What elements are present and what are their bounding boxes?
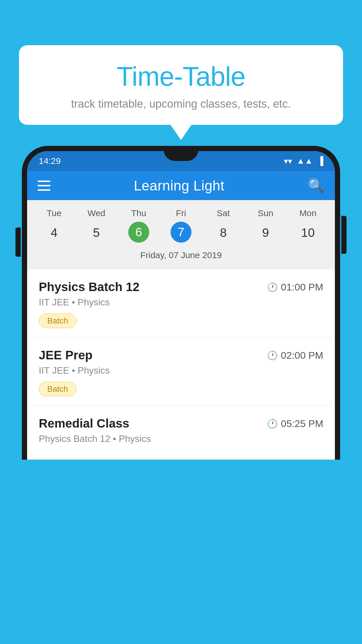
schedule-item-2-header: JEE Prep 🕐 02:00 PM: [39, 348, 323, 362]
day-5[interactable]: 5: [75, 222, 117, 244]
batch-tag-2: Batch: [39, 382, 77, 396]
phone-screen: 14:29 ▾▾ ▲▲ ▐ Learning Light 🔍: [27, 151, 335, 460]
schedule-item-1-time: 🕐 01:00 PM: [267, 281, 323, 293]
clock-icon-3: 🕐: [267, 419, 278, 429]
day-4[interactable]: 4: [33, 222, 75, 244]
bubble-title: Time-Table: [36, 61, 326, 92]
signal-icon: ▲▲: [297, 156, 313, 166]
battery-icon: ▐: [317, 156, 323, 166]
app-bar: Learning Light 🔍: [27, 171, 335, 200]
day-7-selected[interactable]: 7: [171, 222, 191, 243]
day-10[interactable]: 10: [287, 222, 329, 244]
bubble-subtitle: track timetable, upcoming classes, tests…: [36, 98, 326, 110]
schedule-item-1-header: Physics Batch 12 🕐 01:00 PM: [39, 280, 323, 294]
batch-tag-1: Batch: [39, 314, 77, 328]
schedule-item-2[interactable]: JEE Prep 🕐 02:00 PM IIT JEE • Physics Ba…: [27, 338, 335, 406]
status-icons: ▾▾ ▲▲ ▐: [284, 156, 323, 166]
schedule-item-1-title: Physics Batch 12: [39, 280, 140, 294]
day-header-thu: Thu: [117, 208, 160, 218]
clock-icon-1: 🕐: [267, 282, 278, 292]
schedule-item-3-title: Remedial Class: [39, 416, 129, 430]
schedule-item-3-header: Remedial Class 🕐 05:25 PM: [39, 416, 323, 430]
day-header-fri: Fri: [160, 208, 202, 218]
day-header-wed: Wed: [75, 208, 117, 218]
schedule-item-1-subtitle: IIT JEE • Physics: [39, 297, 323, 308]
day-header-sun: Sun: [245, 208, 287, 218]
schedule-item-2-subtitle: IIT JEE • Physics: [39, 365, 323, 376]
day-6-today[interactable]: 6: [128, 222, 149, 243]
clock-icon-2: 🕐: [267, 350, 278, 360]
schedule-item-2-title: JEE Prep: [39, 348, 92, 362]
schedule-item-3[interactable]: Remedial Class 🕐 05:25 PM Physics Batch …: [27, 406, 335, 460]
day-8[interactable]: 8: [202, 222, 245, 244]
day-header-sat: Sat: [202, 208, 245, 218]
schedule-item-3-subtitle: Physics Batch 12 • Physics: [39, 433, 323, 444]
selected-date-label: Friday, 07 June 2019: [33, 249, 329, 266]
search-icon[interactable]: 🔍: [308, 178, 324, 193]
calendar-strip: Tue Wed Thu Fri Sat Sun Mon 4 5 6 7 8 9 …: [27, 200, 335, 270]
schedule-item-3-time: 🕐 05:25 PM: [267, 418, 323, 429]
schedule-item-2-time: 🕐 02:00 PM: [267, 350, 323, 361]
app-title: Learning Light: [134, 178, 224, 194]
speech-bubble: Time-Table track timetable, upcoming cla…: [19, 45, 343, 125]
day-header-tue: Tue: [33, 208, 75, 218]
phone-notch: [164, 146, 198, 161]
day-header-mon: Mon: [287, 208, 329, 218]
hamburger-menu-icon[interactable]: [38, 181, 50, 191]
schedule-item-1[interactable]: Physics Batch 12 🕐 01:00 PM IIT JEE • Ph…: [27, 270, 335, 338]
schedule-container: Physics Batch 12 🕐 01:00 PM IIT JEE • Ph…: [27, 270, 335, 460]
day-numbers: 4 5 6 7 8 9 10: [33, 222, 329, 244]
phone-mockup: 14:29 ▾▾ ▲▲ ▐ Learning Light 🔍: [22, 146, 340, 644]
status-time: 14:29: [39, 156, 61, 166]
wifi-icon: ▾▾: [284, 156, 292, 166]
day-headers: Tue Wed Thu Fri Sat Sun Mon: [33, 208, 329, 218]
day-9[interactable]: 9: [245, 222, 287, 244]
